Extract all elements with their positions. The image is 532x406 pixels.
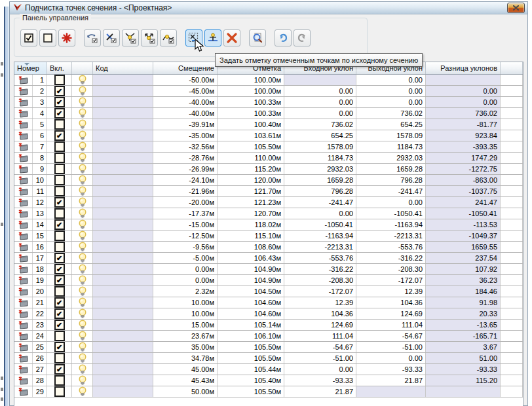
row-enabled-checkbox[interactable]: ✔ xyxy=(47,86,72,96)
out-slope-cell[interactable] xyxy=(356,386,426,397)
in-slope-cell[interactable]: 104.36 xyxy=(284,308,356,319)
visibility-bulb-icon[interactable] xyxy=(72,141,93,152)
in-slope-cell[interactable]: -1050.41 xyxy=(284,219,356,230)
mark-cell[interactable]: 121.70м xyxy=(218,186,284,196)
mark-cell[interactable]: 104.60м xyxy=(218,297,284,308)
code-cell[interactable] xyxy=(93,108,153,119)
slope-diff-cell[interactable]: 237.54 xyxy=(426,253,501,263)
code-cell[interactable] xyxy=(93,331,153,341)
in-slope-cell[interactable]: -316.22 xyxy=(284,264,356,274)
in-slope-cell[interactable]: -553.76 xyxy=(284,253,356,263)
out-slope-cell[interactable]: -51.00 xyxy=(356,342,426,352)
slope-diff-cell[interactable]: -1050.41 xyxy=(426,208,501,219)
row-enabled-checkbox[interactable] xyxy=(47,386,72,397)
mark-cell[interactable]: 105.40м xyxy=(218,375,284,386)
visibility-bulb-icon[interactable] xyxy=(72,164,93,174)
slope-diff-cell[interactable]: 241.47 xyxy=(426,197,501,208)
mark-cell[interactable]: 100.33м xyxy=(218,97,284,107)
row-enabled-checkbox[interactable] xyxy=(47,375,72,386)
mark-cell[interactable]: 110.00м xyxy=(218,153,284,163)
out-slope-cell[interactable]: 0.00 xyxy=(356,75,426,85)
out-slope-cell[interactable]: -2213.31 xyxy=(356,231,426,241)
spread-points-button[interactable] xyxy=(141,29,158,46)
offset-cell[interactable]: -40.00м xyxy=(153,108,218,119)
slope-diff-cell[interactable]: 115.20 xyxy=(426,375,501,386)
row-enabled-checkbox[interactable] xyxy=(47,331,72,341)
out-slope-cell[interactable]: 0.00 xyxy=(356,97,426,107)
in-slope-cell[interactable]: -241.47 xyxy=(284,197,356,208)
shift-point-button[interactable] xyxy=(84,29,101,46)
out-slope-cell[interactable]: 0.00 xyxy=(356,197,426,208)
in-slope-cell[interactable]: 0.00 xyxy=(284,86,356,96)
offset-cell[interactable]: 2.32м xyxy=(153,286,218,297)
slope-diff-cell[interactable]: -863.00 xyxy=(426,175,501,185)
mark-cell[interactable]: 104.50м xyxy=(218,286,284,297)
code-cell[interactable] xyxy=(93,353,153,363)
slope-diff-cell[interactable]: 51.00 xyxy=(426,353,501,363)
out-slope-cell[interactable]: -241.47 xyxy=(356,186,426,196)
column-header-number[interactable]: Номер xyxy=(14,62,47,74)
slope-diff-cell[interactable]: -1272.75 xyxy=(426,164,501,174)
out-slope-cell[interactable]: 12.39 xyxy=(356,286,426,297)
code-cell[interactable] xyxy=(93,308,153,319)
code-cell[interactable] xyxy=(93,375,153,386)
offset-cell[interactable]: -5.00м xyxy=(153,253,218,263)
visibility-bulb-icon[interactable] xyxy=(72,231,93,241)
preview-button[interactable] xyxy=(249,29,266,46)
code-cell[interactable] xyxy=(93,297,153,308)
visibility-bulb-icon[interactable] xyxy=(72,353,93,363)
row-enabled-checkbox[interactable]: ✔ xyxy=(47,297,72,308)
out-slope-cell[interactable]: 796.28 xyxy=(356,175,426,185)
in-slope-cell[interactable]: -1163.94 xyxy=(284,231,356,241)
in-slope-cell[interactable]: -93.33 xyxy=(284,375,356,386)
mark-cell[interactable]: 106.43м xyxy=(218,253,284,263)
visibility-bulb-icon[interactable] xyxy=(72,86,93,96)
code-cell[interactable] xyxy=(93,153,153,163)
in-slope-cell[interactable]: 21.87 xyxy=(284,386,356,397)
row-enabled-checkbox[interactable]: ✔ xyxy=(47,275,72,286)
code-cell[interactable] xyxy=(93,197,153,208)
mark-cell[interactable]: 100.33м xyxy=(218,108,284,119)
slope-diff-cell[interactable]: -1049.37 xyxy=(426,231,501,241)
offset-cell[interactable]: 0.00м xyxy=(153,275,218,286)
slope-diff-cell[interactable]: 1659.55 xyxy=(426,242,501,252)
row-enabled-checkbox[interactable]: ✔ xyxy=(47,308,72,319)
visibility-bulb-icon[interactable] xyxy=(72,308,93,319)
in-slope-cell[interactable]: -2213.31 xyxy=(284,242,356,252)
row-enabled-checkbox[interactable] xyxy=(47,75,72,85)
out-slope-cell[interactable]: -172.07 xyxy=(356,275,426,286)
mark-cell[interactable]: 106.10м xyxy=(218,331,284,341)
offset-cell[interactable]: -32.56м xyxy=(153,141,218,152)
in-slope-cell[interactable]: 124.69 xyxy=(284,320,356,330)
slope-diff-cell[interactable]: 923.84 xyxy=(426,130,501,141)
mark-cell[interactable]: 120.00м xyxy=(218,175,284,185)
in-slope-cell[interactable]: 1578.09 xyxy=(284,141,356,152)
offset-cell[interactable]: 45.43м xyxy=(153,375,218,386)
in-slope-cell[interactable] xyxy=(284,75,356,85)
in-slope-cell[interactable]: -208.30 xyxy=(284,275,356,286)
offset-cell[interactable]: -40.00м xyxy=(153,97,218,107)
offset-cell[interactable]: 15.00м xyxy=(153,320,218,330)
row-enabled-checkbox[interactable] xyxy=(47,141,72,152)
slope-diff-cell[interactable]: -13.65 xyxy=(426,320,501,330)
slope-diff-cell[interactable]: -165.71 xyxy=(426,331,501,341)
in-slope-cell[interactable]: 1659.28 xyxy=(284,175,356,185)
code-cell[interactable] xyxy=(93,253,153,263)
visibility-bulb-icon[interactable] xyxy=(72,297,93,308)
mark-cell[interactable]: 104.60м xyxy=(218,308,284,319)
slope-diff-cell[interactable]: 91.98 xyxy=(426,297,501,308)
visibility-bulb-icon[interactable] xyxy=(72,242,93,252)
mark-cell[interactable]: 103.61м xyxy=(218,130,284,141)
mark-cell[interactable]: 100.00м xyxy=(218,75,284,85)
check-all-button[interactable] xyxy=(20,29,37,46)
out-slope-cell[interactable]: 21.87 xyxy=(356,375,426,386)
mark-cell[interactable]: 120.70м xyxy=(218,208,284,219)
in-slope-cell[interactable]: -172.07 xyxy=(284,286,356,297)
mark-cell[interactable]: 105.44м xyxy=(218,364,284,375)
code-cell[interactable] xyxy=(93,86,153,96)
visibility-bulb-icon[interactable] xyxy=(72,320,93,330)
mark-cell[interactable]: 115.10м xyxy=(218,231,284,241)
visibility-bulb-icon[interactable] xyxy=(72,386,93,397)
offset-cell[interactable]: 10.00м xyxy=(153,308,218,319)
mark-cell[interactable]: 105.50м xyxy=(218,342,284,352)
